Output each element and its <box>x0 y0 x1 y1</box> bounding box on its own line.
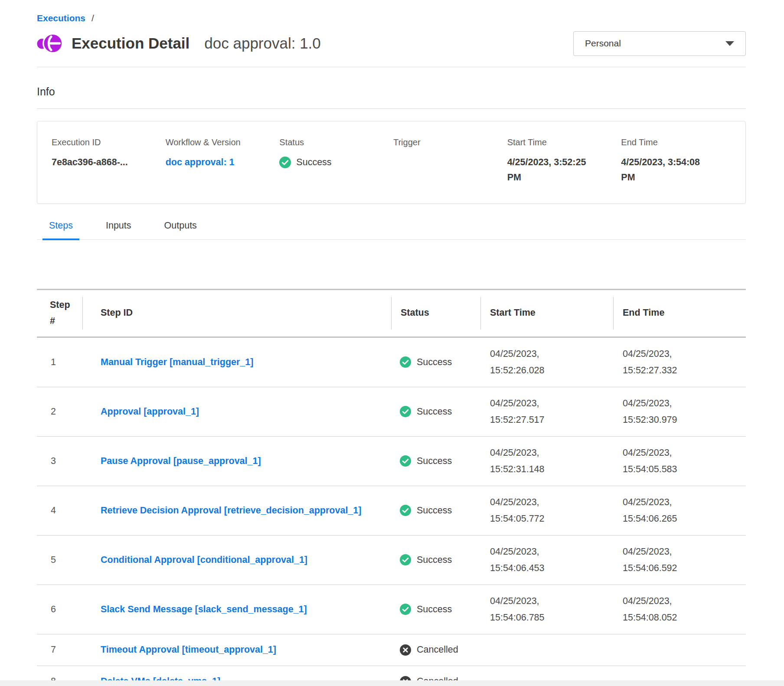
info-heading-divider <box>37 108 746 109</box>
step-id-link[interactable]: Timeout Approval [timeout_approval_1] <box>101 642 276 658</box>
info-field-label: Status <box>279 137 393 147</box>
workflow-brand-icon <box>37 30 63 56</box>
step-number: 3 <box>37 437 82 486</box>
steps-table-header: Step #Step IDStatusStart TimeEnd Time <box>37 290 746 338</box>
column-header-end-time: End Time <box>613 290 746 336</box>
step-row-3: 3Pause Approval [pause_approval_1]Succes… <box>37 437 746 486</box>
info-field-label: Trigger <box>393 137 507 147</box>
step-start-time: 04/25/2023,15:52:27.517 <box>480 387 613 436</box>
step-row-1: 1Manual Trigger [manual_trigger_1]Succes… <box>37 338 746 387</box>
step-row-6: 6Slack Send Message [slack_send_message_… <box>37 585 746 634</box>
column-header-label: Start Time <box>490 305 536 321</box>
check-circle-icon <box>400 356 411 368</box>
workspace-dropdown-value: Personal <box>585 38 621 49</box>
info-section-heading: Info <box>37 85 746 98</box>
step-end-time: 04/25/2023,15:54:06.592 <box>613 536 746 585</box>
info-field-value: 4/25/2023, 3:52:25 PM <box>507 155 592 185</box>
step-end-time: 04/25/2023,15:54:06.265 <box>613 486 746 535</box>
column-header-start-time: Start Time <box>480 290 613 336</box>
step-start-time: 04/25/2023,15:52:26.028 <box>480 338 613 387</box>
info-field-end-time: End Time4/25/2023, 3:54:08 PM <box>621 137 735 185</box>
title-divider <box>37 67 746 67</box>
step-id-link[interactable]: Slack Send Message [slack_send_message_1… <box>101 601 307 617</box>
column-header-step-id: Step ID <box>82 290 391 336</box>
step-number: 4 <box>37 486 82 535</box>
step-id-link[interactable]: Pause Approval [pause_approval_1] <box>101 453 261 469</box>
step-id-link[interactable]: Retrieve Decision Approval [retrieve_dec… <box>101 503 361 519</box>
step-status-cell: Success <box>391 585 480 634</box>
step-status-cell: Success <box>391 536 480 585</box>
step-status-text: Success <box>417 505 452 516</box>
page-bottom-edge <box>0 680 784 686</box>
step-status-text: Success <box>417 357 452 368</box>
check-circle-icon <box>400 455 411 467</box>
x-circle-icon <box>400 644 411 656</box>
title-group: Execution Detail doc approval: 1.0 <box>37 30 321 56</box>
steps-table-body: 1Manual Trigger [manual_trigger_1]Succes… <box>37 338 746 686</box>
execution-detail-page: Executions / Execution Detail doc approv… <box>37 0 746 686</box>
execution-info-card: Execution ID7e8ac396-a868-...Workflow & … <box>37 121 746 204</box>
step-number: 2 <box>37 387 82 436</box>
column-header-status: Status <box>391 290 480 336</box>
step-status-text: Success <box>417 456 452 467</box>
info-field-label: Workflow & Version <box>166 137 280 147</box>
step-start-time: 04/25/2023,15:54:06.453 <box>480 536 613 585</box>
workspace-dropdown[interactable]: Personal <box>573 31 746 56</box>
status-text: Success <box>296 155 331 170</box>
column-header-label: Step ID <box>101 305 133 321</box>
page-title: Execution Detail <box>72 35 189 52</box>
step-row-5: 5Conditional Approval [conditional_appro… <box>37 536 746 585</box>
step-status-text: Success <box>417 604 452 615</box>
detail-tabs: StepsInputsOutputs <box>37 220 746 240</box>
step-end-time <box>613 634 746 666</box>
info-field-start-time: Start Time4/25/2023, 3:52:25 PM <box>507 137 621 185</box>
step-id-link[interactable]: Approval [approval_1] <box>101 404 199 420</box>
breadcrumb: Executions / <box>37 0 746 23</box>
chevron-down-icon <box>725 41 734 46</box>
tab-inputs[interactable]: Inputs <box>99 220 138 239</box>
check-circle-icon <box>279 157 291 168</box>
step-id-link[interactable]: Manual Trigger [manual_trigger_1] <box>101 354 253 370</box>
step-start-time: 04/25/2023,15:52:31.148 <box>480 437 613 486</box>
workflow-version-link[interactable]: doc approval: 1 <box>166 155 251 170</box>
step-end-time: 04/25/2023,15:52:30.979 <box>613 387 746 436</box>
step-start-time <box>480 634 613 666</box>
step-id-cell: Slack Send Message [slack_send_message_1… <box>82 585 391 634</box>
check-circle-icon <box>400 554 411 565</box>
column-header-label: Step # <box>50 297 76 330</box>
info-field-label: End Time <box>621 137 735 147</box>
check-circle-icon <box>400 604 411 615</box>
steps-table: Step #Step IDStatusStart TimeEnd Time 1M… <box>37 289 746 686</box>
step-row-2: 2Approval [approval_1]Success04/25/2023,… <box>37 387 746 437</box>
check-circle-icon <box>400 505 411 516</box>
step-number: 1 <box>37 338 82 387</box>
step-number: 7 <box>37 634 82 666</box>
info-field-label: Start Time <box>507 137 621 147</box>
step-row-4: 4Retrieve Decision Approval [retrieve_de… <box>37 486 746 536</box>
step-status-text: Success <box>417 406 452 417</box>
step-id-cell: Timeout Approval [timeout_approval_1] <box>82 634 391 666</box>
breadcrumb-executions-link[interactable]: Executions <box>37 13 85 23</box>
column-header-label: Status <box>401 305 429 321</box>
info-field-label: Execution ID <box>52 137 166 147</box>
check-circle-icon <box>400 406 411 417</box>
step-id-link[interactable]: Conditional Approval [conditional_approv… <box>101 552 307 568</box>
info-field-value: Success <box>279 155 364 170</box>
info-field-value: 4/25/2023, 3:54:08 PM <box>621 155 706 185</box>
step-status-text: Success <box>417 555 452 565</box>
step-row-7: 7Timeout Approval [timeout_approval_1]Ca… <box>37 634 746 666</box>
step-status-cell: Cancelled <box>391 634 480 666</box>
step-status-cell: Success <box>391 338 480 387</box>
step-start-time: 04/25/2023,15:54:05.772 <box>480 486 613 535</box>
tab-steps[interactable]: Steps <box>42 220 79 240</box>
info-field-status: StatusSuccess <box>279 137 393 185</box>
tab-outputs[interactable]: Outputs <box>158 220 203 239</box>
title-row: Execution Detail doc approval: 1.0 Perso… <box>37 30 746 56</box>
info-field-trigger: Trigger <box>393 137 507 185</box>
step-end-time: 04/25/2023,15:52:27.332 <box>613 338 746 387</box>
step-end-time: 04/25/2023,15:54:05.583 <box>613 437 746 486</box>
step-id-cell: Retrieve Decision Approval [retrieve_dec… <box>82 486 391 535</box>
step-id-cell: Conditional Approval [conditional_approv… <box>82 536 391 585</box>
info-field-execution-id: Execution ID7e8ac396-a868-... <box>52 137 166 185</box>
column-header-label: End Time <box>623 305 664 321</box>
